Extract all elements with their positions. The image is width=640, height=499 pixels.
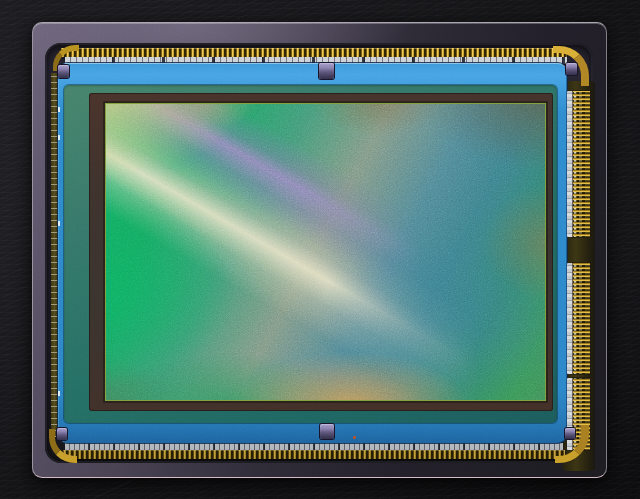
smd-component [57, 428, 67, 440]
bond-wires-right-cluster [573, 91, 590, 237]
die-bezel [89, 93, 553, 411]
solder-dot [353, 436, 356, 439]
smd-component [320, 424, 334, 439]
package-cavity [45, 43, 593, 463]
bond-wires-bottom [63, 450, 565, 459]
substrate-frame [58, 63, 567, 443]
substrate-edge-tick [58, 391, 60, 396]
substrate-edge-tick [58, 107, 60, 112]
sensor-photo [0, 0, 640, 499]
bond-wires-top [61, 48, 567, 57]
sensor-active-area [105, 103, 546, 401]
smd-component [319, 63, 334, 79]
sensor-package [32, 22, 607, 478]
die-margin [64, 85, 557, 423]
bond-pads-bottom [65, 443, 563, 450]
smd-component [566, 63, 577, 75]
bond-pads-left [51, 73, 58, 437]
bond-wires-right-cluster [573, 263, 590, 374]
substrate-edge-tick [58, 221, 60, 226]
smd-component [58, 65, 69, 78]
iridescence-patches [106, 104, 545, 400]
smd-component [565, 428, 575, 439]
substrate-edge-tick [58, 135, 60, 140]
